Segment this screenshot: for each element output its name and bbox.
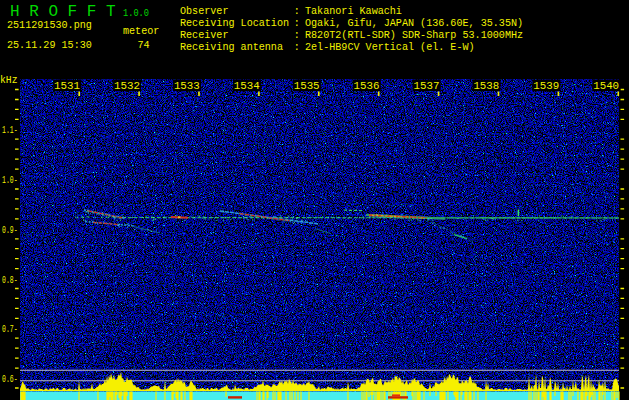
svg-text:1532: 1532 bbox=[114, 80, 140, 92]
svg-text:1540: 1540 bbox=[593, 80, 619, 92]
svg-text:1533: 1533 bbox=[174, 80, 200, 92]
svg-text:1539: 1539 bbox=[533, 80, 559, 92]
svg-text:1.1-: 1.1- bbox=[2, 123, 18, 136]
svg-text:1531: 1531 bbox=[54, 80, 80, 92]
svg-text:1537: 1537 bbox=[413, 80, 439, 92]
svg-text:Observer: Observer bbox=[180, 6, 228, 17]
svg-text:1536: 1536 bbox=[354, 80, 380, 92]
svg-text:Receiver: Receiver bbox=[180, 30, 228, 41]
svg-text::: : bbox=[294, 30, 300, 41]
svg-text:Receiving antenna: Receiving antenna bbox=[180, 42, 283, 53]
svg-text:Receiving Location: Receiving Location bbox=[180, 18, 289, 29]
svg-text:Ogaki, Gifu, JAPAN (136.60E, 3: Ogaki, Gifu, JAPAN (136.60E, 35.35N) bbox=[305, 18, 523, 29]
svg-text:1.0-: 1.0- bbox=[2, 173, 18, 186]
svg-text:74: 74 bbox=[137, 40, 149, 51]
svg-text:1538: 1538 bbox=[473, 80, 499, 92]
svg-text::: : bbox=[294, 42, 300, 53]
svg-text:1534: 1534 bbox=[234, 80, 260, 92]
svg-text:0.9-: 0.9- bbox=[2, 223, 18, 236]
svg-text::: : bbox=[294, 6, 300, 17]
svg-text:R820T2(RTL-SDR) SDR-Sharp 53.1: R820T2(RTL-SDR) SDR-Sharp 53.1000MHz bbox=[305, 30, 523, 41]
svg-text:H R O F F T: H R O F F T bbox=[10, 3, 116, 21]
svg-text:25.11.29 15:30: 25.11.29 15:30 bbox=[7, 40, 92, 51]
svg-text:0.7-: 0.7- bbox=[2, 322, 18, 335]
svg-text:1535: 1535 bbox=[294, 80, 320, 92]
svg-text:1.0.0: 1.0.0 bbox=[123, 8, 149, 19]
svg-text::: : bbox=[294, 18, 300, 29]
svg-text:0.6-: 0.6- bbox=[2, 372, 18, 385]
svg-text:2el-HB9CV Vertical (el. E-W): 2el-HB9CV Vertical (el. E-W) bbox=[305, 42, 475, 53]
svg-text:Takanori Kawachi: Takanori Kawachi bbox=[305, 6, 402, 17]
svg-text:meteor: meteor bbox=[123, 26, 159, 37]
svg-text:2511291530.png: 2511291530.png bbox=[7, 20, 92, 31]
svg-text:kHz: kHz bbox=[0, 73, 18, 86]
svg-text:0.8-: 0.8- bbox=[2, 273, 18, 286]
